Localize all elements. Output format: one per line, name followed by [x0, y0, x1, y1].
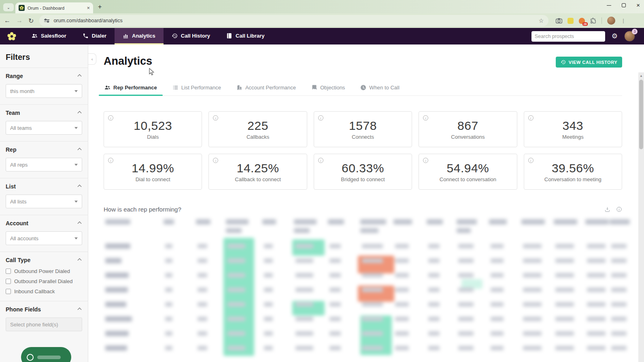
forward-icon[interactable]: → — [16, 17, 23, 24]
call-type-option[interactable]: Outbound Power Dialed — [6, 268, 82, 274]
app-navbar: Salesfloor Dialer Analytics Call History… — [0, 28, 644, 44]
info-icon[interactable]: i — [528, 115, 533, 121]
download-icon[interactable] — [604, 206, 610, 212]
info-icon[interactable] — [616, 206, 622, 212]
extension-with-badge-icon[interactable]: 28 — [579, 18, 585, 24]
nav-item-analytics[interactable]: Analytics — [115, 28, 164, 44]
filter-call-type: Call Type Outbound Power Dialed Outbound… — [0, 252, 88, 301]
account-select[interactable]: All accounts — [6, 231, 82, 245]
history-icon — [172, 33, 178, 39]
info-icon[interactable]: i — [213, 115, 218, 121]
nav-item-call-library[interactable]: Call Library — [218, 28, 273, 44]
browser-tab[interactable]: Orum - Dashboard × — [15, 2, 93, 13]
people-icon — [32, 33, 38, 39]
filter-phone-fields: Phone Fields — [0, 301, 88, 338]
tab-account-performance[interactable]: Account Performance — [236, 85, 297, 95]
stat-card-dial-to-connect: i 14.99% Dial to connect — [104, 154, 202, 190]
collapse-chevron-icon[interactable] — [78, 307, 82, 311]
camera-icon[interactable] — [556, 18, 562, 23]
info-icon[interactable]: i — [318, 115, 323, 121]
rep-table-title: How is each rep performing? — [104, 206, 181, 213]
scroll-up-icon[interactable]: ▲ — [638, 72, 644, 78]
window-minimize-icon[interactable] — [607, 5, 611, 6]
stats-row-1: i 10,523 Dials i 225 Callbacks i 1578 Co… — [104, 111, 622, 147]
address-bar[interactable]: orum.com/dashboard/analytics ☆ — [39, 15, 548, 26]
browser-menu-icon[interactable]: ⋮ — [621, 18, 626, 24]
info-icon[interactable]: i — [423, 115, 428, 121]
view-call-history-button[interactable]: VIEW CALL HISTORY — [556, 57, 622, 68]
nav-item-dialer[interactable]: Dialer — [74, 28, 115, 44]
collapse-chevron-icon[interactable] — [78, 221, 82, 225]
checkbox[interactable] — [6, 279, 11, 284]
checkbox[interactable] — [6, 269, 11, 274]
prospect-search — [531, 31, 605, 42]
scrollbar-thumb[interactable] — [639, 80, 643, 149]
extension-badge: 28 — [582, 22, 588, 26]
window-maximize-icon[interactable] — [622, 3, 626, 7]
info-icon[interactable]: i — [423, 158, 428, 163]
checkbox[interactable] — [6, 289, 11, 294]
extension-icon[interactable] — [567, 18, 574, 24]
collapse-chevron-icon[interactable] — [78, 111, 82, 115]
stat-card-conversation-to-meeting: i 39.56% Conversation to meeting — [524, 154, 622, 190]
team-select[interactable]: All teams — [6, 121, 82, 135]
browser-tab-strip: ⌄ Orum - Dashboard × + × — [0, 0, 644, 13]
collapse-chevron-icon[interactable] — [78, 258, 82, 262]
tab-close-icon[interactable]: × — [87, 5, 90, 11]
nav-item-call-history[interactable]: Call History — [164, 28, 218, 44]
tab-when-to-call[interactable]: When to Call — [359, 85, 400, 95]
clock-icon — [360, 85, 366, 91]
info-icon[interactable]: i — [528, 158, 533, 163]
stat-card-connects: i 1578 Connects — [314, 111, 412, 147]
nav-item-salesfloor[interactable]: Salesfloor — [23, 28, 74, 44]
page-title: Analytics — [104, 55, 152, 68]
chevron-down-icon — [74, 237, 78, 239]
info-icon[interactable]: i — [318, 158, 323, 163]
call-type-option[interactable]: Inbound Callback — [6, 288, 82, 294]
tab-objections[interactable]: Objections — [310, 85, 346, 95]
call-type-option[interactable]: Outbound Parallel Dialed — [6, 278, 82, 284]
mouse-cursor — [149, 68, 155, 76]
list-select[interactable]: All lists — [6, 195, 82, 208]
orum-logo-icon[interactable] — [0, 28, 23, 44]
filter-rep: Rep All reps — [0, 141, 88, 178]
collapse-chevron-icon[interactable] — [78, 74, 82, 78]
tab-search-chevron-icon[interactable]: ⌄ — [3, 3, 14, 11]
rep-performance-table-blurred[interactable] — [104, 214, 622, 357]
filter-account: Account All accounts — [0, 215, 88, 252]
collapse-chevron-icon[interactable] — [78, 184, 82, 188]
search-input[interactable] — [535, 34, 600, 39]
site-settings-icon[interactable] — [44, 19, 49, 22]
chevron-down-icon — [74, 127, 78, 129]
stat-card-conversations: i 867 Conversations — [419, 111, 517, 147]
collapse-chevron-icon[interactable] — [78, 148, 82, 152]
tab-list-performance[interactable]: List Performance — [172, 85, 222, 95]
range-select[interactable]: this month — [6, 84, 82, 98]
back-icon[interactable]: ← — [4, 17, 11, 24]
orum-favicon-icon — [19, 5, 25, 11]
page-scrollbar[interactable]: ▲ — [638, 72, 644, 362]
bar-chart-icon — [123, 33, 129, 39]
browser-url-bar: ← → ↻ orum.com/dashboard/analytics ☆ 28 … — [0, 13, 644, 28]
extensions-puzzle-icon[interactable] — [590, 18, 596, 24]
bookmark-star-icon[interactable]: ☆ — [539, 17, 544, 24]
phone-fields-input[interactable] — [6, 318, 82, 331]
sidebar-collapse-button[interactable]: ‹ — [88, 53, 96, 65]
stat-card-bridged-to-connect: i 60.33% Bridged to connect — [314, 154, 412, 190]
analytics-main: ‹ Analytics VIEW CALL HISTORY Rep Perfor… — [88, 44, 644, 362]
rep-select[interactable]: All reps — [6, 158, 82, 171]
refresh-icon[interactable]: ↻ — [28, 17, 34, 25]
people-icon — [104, 85, 111, 91]
support-chat-button[interactable] — [21, 347, 71, 362]
url-text: orum.com/dashboard/analytics — [53, 18, 534, 23]
browser-profile-avatar[interactable] — [607, 17, 615, 25]
gear-icon[interactable]: ⚙ — [612, 32, 618, 40]
info-icon[interactable]: i — [213, 158, 218, 163]
stat-card-dials: i 10,523 Dials — [104, 111, 202, 147]
new-tab-button[interactable]: + — [98, 3, 102, 11]
tab-rep-performance[interactable]: Rep Performance — [104, 85, 158, 95]
info-icon[interactable]: i — [108, 115, 113, 121]
window-close-icon[interactable]: × — [636, 3, 640, 7]
chevron-down-icon — [74, 164, 78, 166]
info-icon[interactable]: i — [108, 158, 113, 163]
